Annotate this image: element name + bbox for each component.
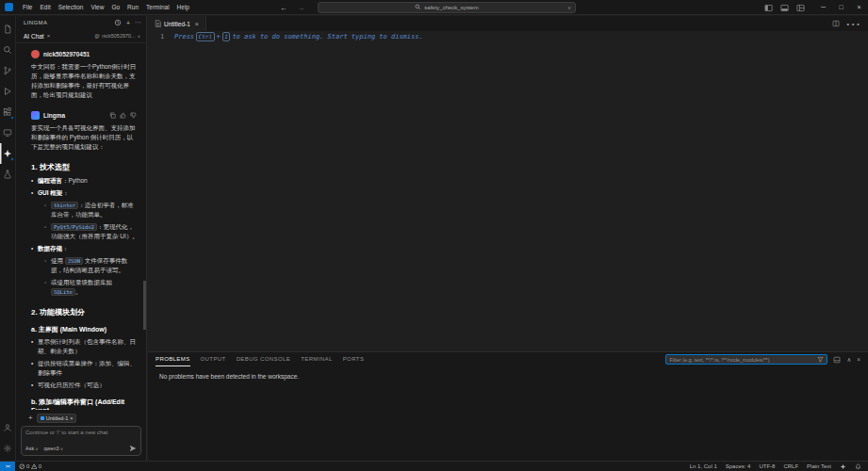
lingma-badge — [10, 157, 14, 161]
tab-terminal[interactable]: TERMINAL — [301, 352, 333, 366]
line-number: 1 — [160, 33, 164, 41]
remote-indicator[interactable]: >< — [0, 462, 15, 471]
chat-tab-close-icon[interactable]: × — [70, 415, 73, 421]
nav-forward-icon[interactable]: → — [297, 4, 304, 12]
at-sign-icon: @ — [94, 33, 100, 39]
menu-terminal[interactable]: Terminal — [142, 0, 173, 15]
nav-back-icon[interactable]: ← — [280, 4, 287, 12]
activity-source-control-icon[interactable] — [0, 60, 16, 81]
tab-ai-chat[interactable]: AI Chat — [24, 33, 44, 40]
tab-output[interactable]: OUTPUT — [201, 352, 226, 366]
copy-icon[interactable] — [109, 112, 116, 119]
new-chat-icon[interactable]: + — [126, 20, 130, 26]
chat-tab-icon — [41, 416, 44, 420]
model-selector[interactable]: qwen3 ∨ — [43, 446, 63, 451]
bullet-text: 使用 — [51, 257, 65, 264]
accounts-icon[interactable] — [0, 417, 16, 438]
history-icon[interactable] — [114, 19, 122, 26]
menu-edit[interactable]: Edit — [36, 0, 54, 15]
vscode-logo-icon — [5, 3, 13, 11]
menu-run[interactable]: Run — [123, 0, 142, 15]
activity-lingma-icon[interactable] — [0, 143, 16, 164]
chevron-down-icon: ∨ — [35, 447, 38, 451]
activity-search-icon[interactable] — [0, 40, 16, 60]
problems-empty-message: No problems have been detected in the wo… — [148, 366, 868, 386]
menu-go[interactable]: Go — [107, 0, 123, 15]
sidebar-scrollbar-thumb[interactable] — [143, 281, 146, 330]
menu-selection[interactable]: Selection — [55, 0, 88, 15]
list-item: 提供按钮或菜单操作：添加、编辑、删除事件 — [31, 359, 139, 378]
bullet-text: 提供按钮或菜单操作：添加、编辑、删除事件 — [38, 360, 136, 376]
lingma-status-icon[interactable] — [840, 463, 846, 470]
customize-layout-icon[interactable] — [796, 4, 805, 12]
tab-problems[interactable]: PROBLEMS — [156, 352, 190, 366]
close-chat-tab-icon[interactable]: × — [47, 33, 51, 39]
vscode-window: { "colors": { "accent": "#0078d4", "shel… — [0, 0, 868, 471]
tab-debug-console[interactable]: DEBUG CONSOLE — [237, 352, 291, 366]
activity-extensions-icon[interactable] — [0, 102, 16, 122]
mode-label: Ask — [25, 446, 34, 451]
add-chat-tab-icon[interactable]: + — [28, 414, 33, 423]
close-tab-icon[interactable]: × — [195, 21, 199, 27]
language-mode-status[interactable]: Plain Text — [807, 463, 831, 469]
list-item-gui: GUI 框架： tkinter：适合初学者，标准库自带，功能简单。 PyQt5/… — [31, 188, 139, 241]
activity-run-debug-icon[interactable] — [0, 81, 16, 102]
assistant-name: Lingma — [43, 112, 65, 119]
tab-untitled-1[interactable]: Untitled-1 × — [148, 16, 206, 31]
filter-funnel-icon[interactable] — [817, 356, 824, 363]
more-actions-icon[interactable]: ⋯ — [135, 19, 141, 26]
toggle-panel-icon[interactable] — [780, 4, 789, 12]
activity-explorer-icon[interactable] — [0, 19, 16, 40]
close-panel-icon[interactable]: × — [857, 356, 860, 363]
list-item-language: 编程语言：Python — [31, 176, 139, 186]
editor-tab-bar: Untitled-1 × ⋯ — [148, 16, 868, 31]
list-item: 可视化日历控件（可选） — [31, 381, 139, 390]
cursor-position[interactable]: Ln 1, Col 1 — [690, 463, 717, 469]
chat-input[interactable] — [25, 430, 137, 435]
eol-status[interactable]: CRLF — [783, 463, 798, 469]
thumbs-down-icon[interactable] — [130, 112, 137, 119]
menu-file[interactable]: File — [19, 0, 36, 15]
command-center-search[interactable]: safety_check_system ∨ — [318, 2, 576, 13]
thumbs-up-icon[interactable] — [120, 112, 126, 119]
problems-filter[interactable] — [665, 354, 827, 365]
sidebar-title: LINGMA — [24, 20, 114, 25]
filter-input[interactable] — [669, 357, 815, 363]
chat-input-box[interactable]: Ask ∨ qwen3 ∨ — [21, 426, 141, 456]
bottom-panel: PROBLEMS OUTPUT DEBUG CONSOLE TERMINAL P… — [148, 351, 868, 461]
problems-status[interactable]: 0 0 — [19, 463, 41, 470]
bullet-text: ： — [62, 189, 69, 196]
window-close-button[interactable]: × — [850, 0, 868, 15]
settings-gear-icon[interactable] — [0, 438, 16, 459]
activity-remote-explorer-icon[interactable] — [0, 122, 16, 143]
inline-code: PyQt5/PySide2 — [51, 223, 97, 231]
window-maximize-button[interactable]: □ — [832, 0, 850, 15]
chat-message-list[interactable]: nick5052970451 中文回答：我需要一个Python倒计时日历，能够显… — [16, 43, 146, 410]
message-user: nick5052970451 中文回答：我需要一个Python倒计时日历，能够显… — [31, 50, 139, 100]
menu-view[interactable]: View — [87, 0, 107, 15]
editor-pane[interactable]: 1 Press Ctrl + I to ask to do something.… — [148, 31, 868, 351]
chat-session-tab[interactable]: Untitled-1 × — [37, 414, 77, 423]
window-minimize-button[interactable]: ─ — [814, 0, 832, 15]
account-menu[interactable]: @ nick5052970... ∨ — [94, 33, 140, 39]
kbd-ctrl: Ctrl — [196, 32, 214, 41]
maximize-panel-icon[interactable]: ∧ — [846, 356, 851, 364]
notifications-bell-icon[interactable] — [855, 463, 861, 470]
user-message-text: 中文回答：我需要一个Python倒计时日历，能够显示事件名称和剩余天数，支持添加… — [31, 62, 139, 100]
inline-code: tkinter — [51, 202, 78, 209]
warning-icon — [31, 463, 38, 470]
status-bar: >< 0 0 Ln 1, Col 1 Spaces: 4 UTF-8 CRLF … — [0, 461, 868, 471]
activity-bar — [0, 16, 16, 461]
indentation-status[interactable]: Spaces: 4 — [726, 463, 751, 469]
mode-selector[interactable]: Ask ∨ — [25, 446, 38, 451]
menu-help[interactable]: Help — [173, 0, 193, 15]
encoding-status[interactable]: UTF-8 — [759, 463, 775, 469]
editor-tab-label: Untitled-1 — [164, 21, 190, 27]
panel-layout-icon[interactable] — [833, 356, 841, 364]
split-editor-icon[interactable] — [832, 20, 840, 27]
toggle-sidebar-icon[interactable] — [764, 4, 773, 12]
tab-ports[interactable]: PORTS — [343, 352, 365, 366]
more-actions-icon[interactable]: ⋯ — [845, 15, 860, 33]
activity-testing-icon[interactable] — [0, 164, 16, 185]
send-button[interactable] — [129, 445, 137, 452]
